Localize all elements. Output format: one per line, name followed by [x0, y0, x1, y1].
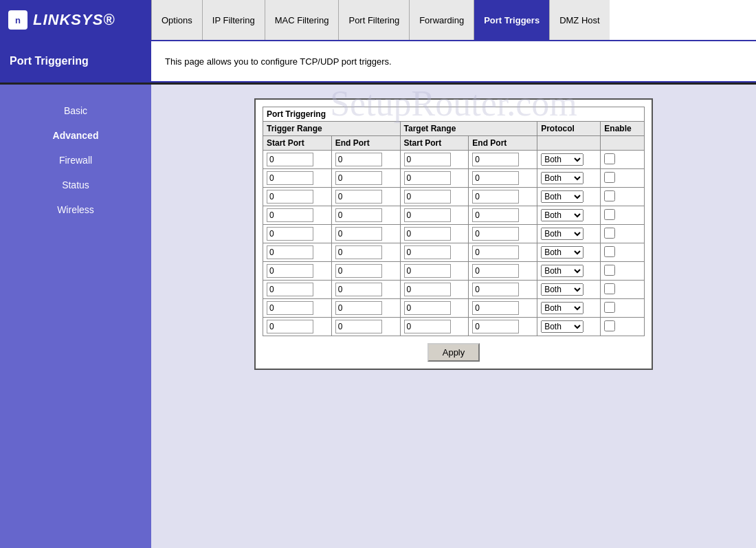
nav-tab-forwarding[interactable]: Forwarding — [409, 0, 474, 40]
protocol-select-9[interactable]: BothTCPUDP — [541, 320, 583, 333]
table-row: BothTCPUDP — [263, 151, 645, 169]
target-end-input-8[interactable] — [472, 301, 519, 315]
nav-tab-options[interactable]: Options — [151, 0, 202, 40]
enable-checkbox-3[interactable] — [604, 209, 615, 220]
trigger-end-input-2[interactable] — [335, 190, 382, 204]
protocol-select-8[interactable]: BothTCPUDP — [541, 302, 583, 314]
trigger-start-input-4[interactable] — [267, 227, 313, 241]
nav-tab-mac-filtering[interactable]: MAC Filtering — [265, 0, 339, 40]
enable-checkbox-0[interactable] — [604, 153, 615, 164]
protocol-select-1[interactable]: BothTCPUDP — [541, 172, 583, 184]
target-end-input-0[interactable] — [472, 153, 519, 166]
trigger-start-input-6[interactable] — [267, 264, 313, 278]
trigger-end-input-0[interactable] — [335, 153, 382, 166]
trigger-end-input-8[interactable] — [335, 301, 382, 315]
enable-checkbox-1[interactable] — [604, 172, 615, 183]
sidebar-item-wireless[interactable]: Wireless — [0, 197, 151, 222]
enable-checkbox-6[interactable] — [604, 265, 615, 276]
logo-text: LINKSYS® — [33, 11, 115, 29]
trigger-end-input-7[interactable] — [335, 283, 382, 296]
target-end-input-6[interactable] — [472, 264, 519, 278]
trigger-end-input-6[interactable] — [335, 264, 382, 278]
enable-header: Enable — [601, 122, 645, 136]
target-end-input-1[interactable] — [472, 171, 519, 185]
trigger-start-input-2[interactable] — [267, 190, 313, 204]
page-header: Port Triggering SetupRouter.com This pag… — [0, 41, 756, 83]
trigger-start-input-8[interactable] — [267, 301, 313, 315]
target-end-input-5[interactable] — [472, 245, 519, 259]
logo-icon: n — [8, 10, 27, 30]
sidebar-item-status[interactable]: Status — [0, 173, 151, 197]
table-row: BothTCPUDP — [263, 169, 645, 188]
trigger-start-input-1[interactable] — [267, 171, 313, 185]
target-start-input-3[interactable] — [404, 208, 451, 222]
enable-sub-header — [601, 136, 645, 151]
enable-checkbox-5[interactable] — [604, 246, 615, 257]
protocol-select-7[interactable]: BothTCPUDP — [541, 283, 583, 296]
trigger-start-input-5[interactable] — [267, 245, 313, 259]
protocol-select-5[interactable]: BothTCPUDP — [541, 246, 583, 259]
protocol-select-4[interactable]: BothTCPUDP — [541, 228, 583, 240]
enable-checkbox-4[interactable] — [604, 228, 615, 239]
content-area: Port Triggering Trigger Range Target Ran… — [151, 85, 756, 548]
nav-tab-ip-filtering[interactable]: IP Filtering — [202, 0, 265, 40]
table-row: BothTCPUDP — [263, 262, 645, 281]
protocol-select-0[interactable]: BothTCPUDP — [541, 153, 583, 166]
sidebar-item-firewall[interactable]: Firewall — [0, 148, 151, 173]
target-end-header: End Port — [469, 136, 537, 151]
trigger-start-input-0[interactable] — [267, 153, 313, 166]
enable-checkbox-2[interactable] — [604, 190, 615, 201]
port-trigger-table: Port Triggering Trigger Range Target Ran… — [263, 107, 645, 336]
page-title-box: Port Triggering — [0, 41, 151, 81]
target-range-header: Target Range — [400, 122, 537, 136]
table-row: BothTCPUDP — [263, 225, 645, 243]
enable-checkbox-8[interactable] — [604, 302, 615, 313]
target-end-input-7[interactable] — [472, 283, 519, 296]
nav-tab-port-filtering[interactable]: Port Filtering — [338, 0, 409, 40]
sidebar-item-basic[interactable]: Basic — [0, 98, 151, 123]
apply-area: Apply — [263, 343, 645, 362]
target-start-input-6[interactable] — [404, 264, 451, 278]
enable-checkbox-7[interactable] — [604, 283, 615, 294]
trigger-end-input-3[interactable] — [335, 208, 382, 222]
table-row: BothTCPUDP — [263, 206, 645, 225]
target-end-input-9[interactable] — [472, 320, 519, 333]
table-row: BothTCPUDP — [263, 299, 645, 318]
target-start-input-5[interactable] — [404, 245, 451, 259]
sidebar-item-advanced[interactable]: Advanced — [0, 123, 151, 148]
enable-checkbox-9[interactable] — [604, 320, 615, 331]
table-row: BothTCPUDP — [263, 318, 645, 336]
target-start-input-4[interactable] — [404, 227, 451, 241]
trigger-range-header: Trigger Range — [263, 122, 401, 136]
trigger-start-input-7[interactable] — [267, 283, 313, 296]
target-start-input-1[interactable] — [404, 171, 451, 185]
target-start-input-2[interactable] — [404, 190, 451, 204]
target-end-input-2[interactable] — [472, 190, 519, 204]
protocol-header: Protocol — [537, 122, 601, 136]
trigger-start-input-9[interactable] — [267, 320, 313, 333]
protocol-sub-header — [537, 136, 601, 151]
target-start-input-7[interactable] — [404, 283, 451, 296]
table-row: BothTCPUDP — [263, 281, 645, 299]
trigger-end-input-5[interactable] — [335, 245, 382, 259]
trigger-start-input-3[interactable] — [267, 208, 313, 222]
trigger-end-input-1[interactable] — [335, 171, 382, 185]
svg-text:n: n — [15, 15, 21, 25]
target-start-input-8[interactable] — [404, 301, 451, 315]
target-end-input-3[interactable] — [472, 208, 519, 222]
nav-tab-port-triggers[interactable]: Port Triggers — [474, 0, 549, 40]
table-body: BothTCPUDPBothTCPUDPBothTCPUDPBothTCPUDP… — [263, 151, 645, 336]
trigger-end-input-9[interactable] — [335, 320, 382, 333]
trigger-start-header: Start Port — [263, 136, 332, 151]
protocol-select-6[interactable]: BothTCPUDP — [541, 265, 583, 277]
protocol-select-2[interactable]: BothTCPUDP — [541, 190, 583, 203]
logo-area: n LINKSYS® — [0, 0, 151, 40]
target-start-input-9[interactable] — [404, 320, 451, 333]
apply-button[interactable]: Apply — [427, 343, 480, 362]
nav-tab-dmz-host[interactable]: DMZ Host — [549, 0, 610, 40]
table-title: Port Triggering — [263, 107, 645, 122]
trigger-end-input-4[interactable] — [335, 227, 382, 241]
protocol-select-3[interactable]: BothTCPUDP — [541, 209, 583, 221]
target-end-input-4[interactable] — [472, 227, 519, 241]
target-start-input-0[interactable] — [404, 153, 451, 166]
